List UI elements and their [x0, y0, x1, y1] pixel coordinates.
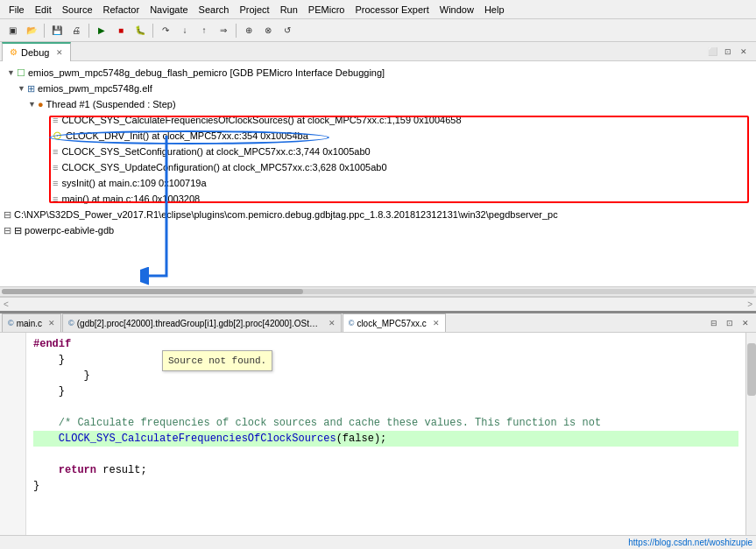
menu-processor-expert[interactable]: Processor Expert — [350, 3, 434, 17]
hscroll-track[interactable] — [2, 289, 754, 294]
code-fn-args: (false); — [336, 431, 387, 447]
toolbar-debug[interactable]: 🐛 — [131, 22, 149, 39]
thread-icon: ● — [38, 97, 44, 111]
toolbar-step-into[interactable]: ↓ — [176, 22, 194, 39]
menubar: File Edit Source Refactor Navigate Searc… — [0, 0, 756, 19]
code-brace-1: } — [33, 352, 65, 368]
frame-4-text: sysInit() at main.c:109 0x100719a — [61, 176, 206, 190]
tree-frame-4[interactable]: ≡ sysInit() at main.c:109 0x100719a — [0, 175, 756, 191]
tree-frame-5[interactable]: ≡ main() at main.c:146 0x1003208 — [0, 191, 756, 207]
tab-debug[interactable]: ⚙ Debug ✕ — [2, 42, 71, 61]
gdb-thread-icon: © — [68, 319, 74, 327]
toolbar-separator-4 — [236, 24, 237, 38]
debug-maximize[interactable]: ⊡ — [721, 45, 735, 59]
tab-clock-c-label: clock_MPC57xx.c — [357, 319, 426, 328]
menu-refactor[interactable]: Refactor — [98, 3, 145, 17]
toolbar-new[interactable]: ▣ — [4, 22, 21, 39]
tab-debug-label: Debug — [21, 47, 49, 58]
tab-main-c[interactable]: © main.c ✕ — [2, 313, 61, 333]
line-numbers — [0, 333, 26, 535]
menu-pemicro[interactable]: PEMicro — [303, 3, 350, 17]
toolbar-open[interactable]: 📂 — [23, 22, 40, 39]
code-line-5: /* Calculate frequencies of clock source… — [33, 415, 738, 431]
toolbar-save[interactable]: 💾 — [48, 22, 66, 39]
code-fn-call — [33, 431, 59, 447]
debug-tree[interactable]: ▼ ☐ emios_pwm_mpc5748g_debug_flash_pemic… — [0, 61, 756, 286]
menu-help[interactable]: Help — [479, 3, 510, 17]
tab-clock-c[interactable]: © clock_MPC57xx.c ✕ — [343, 313, 446, 333]
code-line-8: return result; — [33, 462, 738, 478]
toolbar-step-out[interactable]: ↑ — [195, 22, 213, 39]
elf-arrow: ▼ — [18, 81, 25, 95]
tree-frame-2[interactable]: ≡ CLOCK_SYS_SetConfiguration() at clock_… — [0, 144, 756, 159]
editor-maximize[interactable]: ⊡ — [723, 316, 737, 330]
frame-1-text: CLOCK_DRV_Init() at clock_MPC57xx.c:354 … — [66, 129, 308, 143]
tree-path2[interactable]: ⊟ ⊟ powerpc-eabivle-gdb — [0, 222, 756, 238]
main-container: ⚙ Debug ✕ ⬜ ⊡ ✕ ▼ ☐ emios_pwm_mpc5748g_d… — [0, 42, 756, 549]
nav-bar: < > — [0, 297, 756, 311]
editor-close-pane[interactable]: ✕ — [738, 316, 752, 330]
code-close-brace: } — [33, 478, 39, 494]
menu-navigate[interactable]: Navigate — [145, 3, 193, 17]
debug-tab-actions: ⬜ ⊡ ✕ — [705, 45, 754, 59]
menu-edit[interactable]: Edit — [30, 3, 57, 17]
code-brace-2: } — [33, 368, 90, 384]
debug-tab-bar: ⚙ Debug ✕ ⬜ ⊡ ✕ — [0, 42, 756, 61]
tree-session[interactable]: ▼ ☐ emios_pwm_mpc5748g_debug_flash_pemic… — [0, 65, 756, 81]
toolbar-more[interactable]: ⊕ — [240, 22, 258, 39]
vscroll-thumb[interactable] — [747, 343, 756, 396]
path2-text: ⊟ powerpc-eabivle-gdb — [14, 223, 114, 237]
session-arrow: ▼ — [7, 66, 15, 80]
toolbar-resume[interactable]: ⇒ — [215, 22, 232, 39]
menu-search[interactable]: Search — [194, 3, 235, 17]
path2-icon: ⊟ — [4, 223, 11, 237]
debug-pane: ⚙ Debug ✕ ⬜ ⊡ ✕ ▼ ☐ emios_pwm_mpc5748g_d… — [0, 42, 756, 313]
toolbar-refresh[interactable]: ↺ — [279, 22, 296, 39]
tab-gdb-thread[interactable]: © (gdb[2].proc[42000].threadGroup[i1].gd… — [62, 313, 342, 333]
session-icon: ☐ — [17, 66, 25, 80]
debug-close[interactable]: ✕ — [737, 45, 751, 59]
menu-project[interactable]: Project — [234, 3, 274, 17]
tab-gdb-close[interactable]: ✕ — [329, 319, 336, 327]
toolbar-stop[interactable]: ■ — [112, 22, 130, 39]
tree-hscrollbar[interactable] — [0, 286, 756, 297]
tab-clock-c-close[interactable]: ✕ — [433, 319, 440, 327]
toolbar-step-over[interactable]: ↷ — [157, 22, 174, 39]
code-line-2: } — [33, 368, 738, 384]
frame-2-icon: ≡ — [53, 144, 58, 158]
nav-right-arrow: > — [12, 299, 752, 309]
menu-run[interactable]: Run — [275, 3, 303, 17]
menu-file[interactable]: File — [4, 3, 30, 17]
hscroll-thumb[interactable] — [2, 289, 303, 294]
frame-1-icon: ⊙ — [53, 129, 62, 143]
toolbar-print[interactable]: 🖨 — [67, 22, 85, 39]
frame-5-icon: ≡ — [53, 192, 58, 206]
menu-source[interactable]: Source — [57, 3, 98, 17]
debug-minimize[interactable]: ⬜ — [705, 45, 719, 59]
code-line-4 — [33, 399, 738, 415]
code-content: Source not found. #endif } } — [0, 333, 745, 535]
tree-frame-3[interactable]: ≡ CLOCK_SYS_UpdateConfiguration() at clo… — [0, 159, 756, 175]
code-area[interactable]: Source not found. #endif } } — [0, 333, 745, 535]
editor-minimize[interactable]: ⊟ — [707, 316, 721, 330]
code-fn-name: CLOCK_SYS_CalculateFrequenciesOfClockSou… — [59, 431, 336, 447]
frame-3-text: CLOCK_SYS_UpdateConfiguration() at clock… — [61, 160, 386, 174]
code-editor-pane: © main.c ✕ © (gdb[2].proc[42000].threadG… — [0, 313, 756, 549]
code-return — [33, 462, 59, 478]
tree-frame-1[interactable]: ⊙ CLOCK_DRV_Init() at clock_MPC57xx.c:35… — [0, 128, 756, 144]
path1-text: C:\NXP\S32DS_Power_v2017.R1\eclipse\plug… — [14, 208, 558, 222]
elf-label: emios_pwm_mpc5748g.elf — [38, 81, 152, 95]
toolbar-connect[interactable]: ⊗ — [259, 22, 277, 39]
toolbar-separator-3 — [152, 24, 153, 38]
toolbar-run[interactable]: ▶ — [93, 22, 110, 39]
tab-debug-close[interactable]: ✕ — [56, 48, 63, 57]
tree-path1[interactable]: ⊟ C:\NXP\S32DS_Power_v2017.R1\eclipse\pl… — [0, 207, 756, 222]
code-vscrollbar[interactable] — [745, 333, 756, 535]
menu-window[interactable]: Window — [435, 3, 479, 17]
tree-frame-0[interactable]: ≡ CLOCK_SYS_CalculateFrequenciesOfClockS… — [0, 112, 756, 128]
tree-elf[interactable]: ▼ ⊞ emios_pwm_mpc5748g.elf — [0, 81, 756, 96]
frame-3-icon: ≡ — [53, 160, 58, 174]
tab-gdb-thread-label: (gdb[2].proc[42000].threadGroup[i1].gdb[… — [77, 319, 322, 328]
tree-thread[interactable]: ▼ ● Thread #1 (Suspended : Step) — [0, 96, 756, 112]
tab-main-c-close[interactable]: ✕ — [48, 319, 55, 327]
